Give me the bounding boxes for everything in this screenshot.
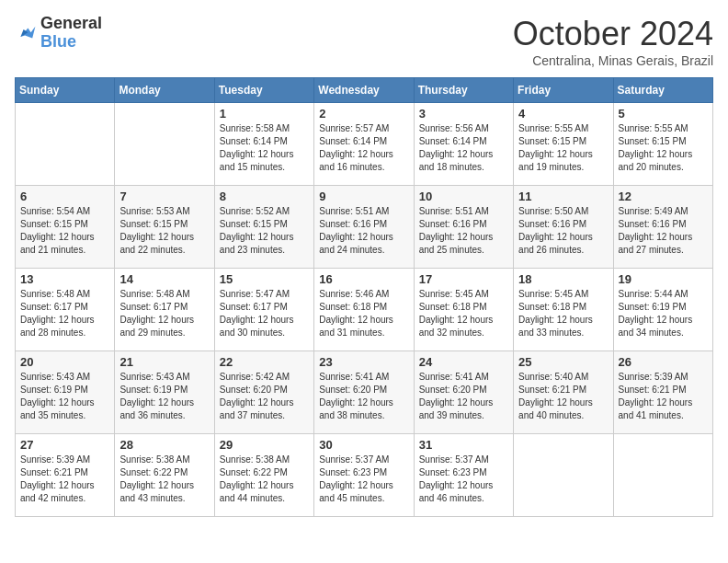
weekday-header-saturday: Saturday (613, 78, 712, 103)
weekday-header-thursday: Thursday (414, 78, 513, 103)
day-info: Sunrise: 5:38 AM Sunset: 6:22 PM Dayligh… (220, 454, 309, 505)
day-number: 4 (518, 107, 608, 121)
calendar-cell: 10Sunrise: 5:51 AM Sunset: 6:16 PM Dayli… (414, 186, 513, 269)
calendar-cell: 3Sunrise: 5:56 AM Sunset: 6:14 PM Daylig… (414, 103, 513, 186)
day-info: Sunrise: 5:49 AM Sunset: 6:16 PM Dayligh… (619, 205, 708, 257)
day-info: Sunrise: 5:51 AM Sunset: 6:16 PM Dayligh… (419, 205, 508, 257)
calendar-cell: 13Sunrise: 5:48 AM Sunset: 6:17 PM Dayli… (16, 269, 115, 351)
page-header: General Blue October 2024 Centralina, Mi… (15, 15, 713, 68)
calendar-cell: 15Sunrise: 5:47 AM Sunset: 6:17 PM Dayli… (214, 269, 313, 351)
day-info: Sunrise: 5:52 AM Sunset: 6:15 PM Dayligh… (220, 205, 309, 257)
calendar-cell: 1Sunrise: 5:58 AM Sunset: 6:14 PM Daylig… (214, 103, 313, 186)
calendar-cell (16, 103, 115, 186)
day-info: Sunrise: 5:56 AM Sunset: 6:14 PM Dayligh… (419, 122, 508, 174)
calendar-cell: 30Sunrise: 5:37 AM Sunset: 6:23 PM Dayli… (314, 434, 414, 517)
weekday-header-row: SundayMondayTuesdayWednesdayThursdayFrid… (16, 78, 713, 103)
day-info: Sunrise: 5:55 AM Sunset: 6:15 PM Dayligh… (619, 122, 708, 174)
calendar-week-row: 27Sunrise: 5:39 AM Sunset: 6:21 PM Dayli… (16, 434, 713, 517)
day-info: Sunrise: 5:37 AM Sunset: 6:23 PM Dayligh… (319, 454, 408, 505)
day-info: Sunrise: 5:48 AM Sunset: 6:17 PM Dayligh… (20, 288, 109, 339)
day-number: 17 (419, 272, 508, 286)
calendar-cell: 8Sunrise: 5:52 AM Sunset: 6:15 PM Daylig… (214, 186, 313, 269)
day-number: 24 (419, 355, 508, 369)
weekday-header-tuesday: Tuesday (214, 78, 313, 103)
calendar-cell: 4Sunrise: 5:55 AM Sunset: 6:15 PM Daylig… (514, 103, 613, 186)
calendar-week-row: 6Sunrise: 5:54 AM Sunset: 6:15 PM Daylig… (16, 186, 713, 269)
calendar-cell: 22Sunrise: 5:42 AM Sunset: 6:20 PM Dayli… (214, 351, 313, 434)
day-number: 10 (419, 190, 508, 203)
day-info: Sunrise: 5:58 AM Sunset: 6:14 PM Dayligh… (220, 122, 309, 174)
day-number: 14 (119, 272, 209, 286)
day-number: 15 (220, 272, 309, 286)
calendar-cell: 18Sunrise: 5:45 AM Sunset: 6:18 PM Dayli… (514, 269, 613, 351)
calendar-cell: 21Sunrise: 5:43 AM Sunset: 6:19 PM Dayli… (115, 351, 214, 434)
day-info: Sunrise: 5:40 AM Sunset: 6:21 PM Dayligh… (518, 371, 608, 422)
day-number: 5 (619, 107, 708, 121)
calendar-cell: 12Sunrise: 5:49 AM Sunset: 6:16 PM Dayli… (613, 186, 712, 269)
day-number: 8 (220, 190, 309, 203)
calendar-cell: 24Sunrise: 5:41 AM Sunset: 6:20 PM Dayli… (414, 351, 513, 434)
calendar-cell: 7Sunrise: 5:53 AM Sunset: 6:15 PM Daylig… (115, 186, 214, 269)
logo-general-text: General (40, 14, 102, 32)
day-info: Sunrise: 5:41 AM Sunset: 6:20 PM Dayligh… (419, 371, 508, 422)
month-title: October 2024 (513, 15, 713, 53)
calendar-cell: 17Sunrise: 5:45 AM Sunset: 6:18 PM Dayli… (414, 269, 513, 351)
location-subtitle: Centralina, Minas Gerais, Brazil (513, 53, 713, 68)
weekday-header-friday: Friday (514, 78, 613, 103)
weekday-header-sunday: Sunday (16, 78, 115, 103)
calendar-cell: 26Sunrise: 5:39 AM Sunset: 6:21 PM Dayli… (613, 351, 712, 434)
day-number: 23 (319, 355, 408, 369)
logo-text: General Blue (40, 15, 102, 52)
day-number: 7 (119, 190, 209, 203)
day-number: 27 (20, 438, 109, 452)
calendar-cell: 19Sunrise: 5:44 AM Sunset: 6:19 PM Dayli… (613, 269, 712, 351)
day-info: Sunrise: 5:43 AM Sunset: 6:19 PM Dayligh… (20, 371, 109, 422)
calendar-cell: 14Sunrise: 5:48 AM Sunset: 6:17 PM Dayli… (115, 269, 214, 351)
calendar-week-row: 1Sunrise: 5:58 AM Sunset: 6:14 PM Daylig… (16, 103, 713, 186)
title-block: October 2024 Centralina, Minas Gerais, B… (513, 15, 713, 68)
day-info: Sunrise: 5:39 AM Sunset: 6:21 PM Dayligh… (619, 371, 708, 422)
day-number: 16 (319, 272, 408, 286)
day-number: 18 (518, 272, 608, 286)
day-number: 29 (220, 438, 309, 452)
day-info: Sunrise: 5:45 AM Sunset: 6:18 PM Dayligh… (518, 288, 608, 339)
logo-blue-text: Blue (40, 32, 76, 51)
day-info: Sunrise: 5:51 AM Sunset: 6:16 PM Dayligh… (319, 205, 408, 257)
day-info: Sunrise: 5:45 AM Sunset: 6:18 PM Dayligh… (419, 288, 508, 339)
calendar-cell (115, 103, 214, 186)
weekday-header-monday: Monday (115, 78, 214, 103)
day-number: 3 (419, 107, 508, 121)
calendar-cell: 11Sunrise: 5:50 AM Sunset: 6:16 PM Dayli… (514, 186, 613, 269)
day-number: 6 (20, 190, 109, 203)
day-number: 22 (220, 355, 309, 369)
day-info: Sunrise: 5:46 AM Sunset: 6:18 PM Dayligh… (319, 288, 408, 339)
day-number: 20 (20, 355, 109, 369)
logo-bird-icon (15, 22, 37, 44)
day-info: Sunrise: 5:57 AM Sunset: 6:14 PM Dayligh… (319, 122, 408, 174)
calendar-week-row: 13Sunrise: 5:48 AM Sunset: 6:17 PM Dayli… (16, 269, 713, 351)
day-info: Sunrise: 5:50 AM Sunset: 6:16 PM Dayligh… (518, 205, 608, 257)
day-number: 1 (220, 107, 309, 121)
weekday-header-wednesday: Wednesday (314, 78, 414, 103)
day-info: Sunrise: 5:55 AM Sunset: 6:15 PM Dayligh… (518, 122, 608, 174)
calendar-cell: 6Sunrise: 5:54 AM Sunset: 6:15 PM Daylig… (16, 186, 115, 269)
logo: General Blue (15, 15, 102, 52)
day-info: Sunrise: 5:42 AM Sunset: 6:20 PM Dayligh… (220, 371, 309, 422)
calendar-cell: 5Sunrise: 5:55 AM Sunset: 6:15 PM Daylig… (613, 103, 712, 186)
day-info: Sunrise: 5:48 AM Sunset: 6:17 PM Dayligh… (119, 288, 209, 339)
day-number: 30 (319, 438, 408, 452)
day-number: 11 (518, 190, 608, 203)
day-info: Sunrise: 5:44 AM Sunset: 6:19 PM Dayligh… (619, 288, 708, 339)
calendar-table: SundayMondayTuesdayWednesdayThursdayFrid… (15, 77, 713, 517)
calendar-cell: 23Sunrise: 5:41 AM Sunset: 6:20 PM Dayli… (314, 351, 414, 434)
day-info: Sunrise: 5:39 AM Sunset: 6:21 PM Dayligh… (20, 454, 109, 505)
day-number: 12 (619, 190, 708, 203)
day-number: 31 (419, 438, 508, 452)
day-number: 13 (20, 272, 109, 286)
calendar-cell (613, 434, 712, 517)
day-number: 28 (119, 438, 209, 452)
day-info: Sunrise: 5:54 AM Sunset: 6:15 PM Dayligh… (20, 205, 109, 257)
day-number: 9 (319, 190, 408, 203)
day-info: Sunrise: 5:47 AM Sunset: 6:17 PM Dayligh… (220, 288, 309, 339)
day-info: Sunrise: 5:43 AM Sunset: 6:19 PM Dayligh… (119, 371, 209, 422)
